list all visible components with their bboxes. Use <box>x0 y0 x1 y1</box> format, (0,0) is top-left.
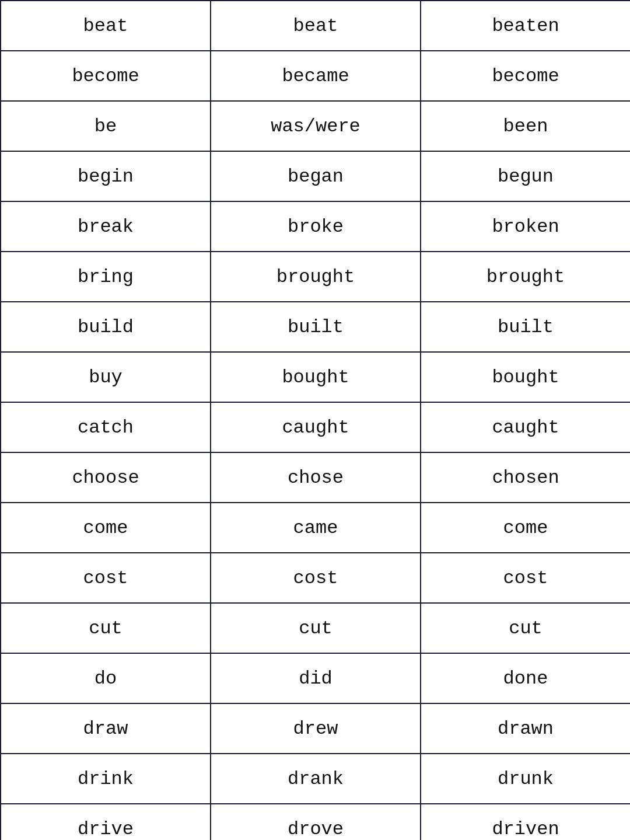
base-form-cell: become <box>1 51 211 101</box>
past-simple-cell: chose <box>211 452 421 503</box>
base-form-cell: beat <box>1 1 211 51</box>
table-row: drinkdrankdrunk <box>1 754 630 804</box>
past-participle-cell: brought <box>421 252 630 302</box>
past-participle-cell: cost <box>421 553 630 603</box>
table-row: costcostcost <box>1 553 630 603</box>
base-form-cell: draw <box>1 703 211 754</box>
past-simple-cell: caught <box>211 402 421 452</box>
past-simple-cell: became <box>211 51 421 101</box>
base-form-cell: be <box>1 101 211 151</box>
table-row: becomebecamebecome <box>1 51 630 101</box>
past-simple-cell: drank <box>211 754 421 804</box>
past-simple-cell: broke <box>211 201 421 252</box>
past-participle-cell: chosen <box>421 452 630 503</box>
table-row: drawdrewdrawn <box>1 703 630 754</box>
table-row: drivedrovedriven <box>1 804 630 840</box>
past-participle-cell: cut <box>421 603 630 653</box>
past-participle-cell: become <box>421 51 630 101</box>
table-row: beginbeganbegun <box>1 151 630 201</box>
base-form-cell: bring <box>1 252 211 302</box>
past-participle-cell: drawn <box>421 703 630 754</box>
past-participle-cell: been <box>421 101 630 151</box>
past-participle-cell: done <box>421 653 630 703</box>
table-row: buyboughtbought <box>1 352 630 402</box>
past-simple-cell: was/were <box>211 101 421 151</box>
past-simple-cell: brought <box>211 252 421 302</box>
base-form-cell: buy <box>1 352 211 402</box>
past-simple-cell: drove <box>211 804 421 840</box>
irregular-verbs-table: beatbeatbeatenbecomebecamebecomebewas/we… <box>0 0 630 840</box>
table-row: buildbuiltbuilt <box>1 302 630 352</box>
base-form-cell: begin <box>1 151 211 201</box>
table-row: comecamecome <box>1 503 630 553</box>
past-simple-cell: beat <box>211 1 421 51</box>
past-participle-cell: caught <box>421 402 630 452</box>
past-participle-cell: beaten <box>421 1 630 51</box>
past-simple-cell: came <box>211 503 421 553</box>
table-row: choosechosechosen <box>1 452 630 503</box>
past-simple-cell: bought <box>211 352 421 402</box>
past-simple-cell: cut <box>211 603 421 653</box>
table-row: bringbroughtbrought <box>1 252 630 302</box>
base-form-cell: do <box>1 653 211 703</box>
base-form-cell: catch <box>1 402 211 452</box>
base-form-cell: drive <box>1 804 211 840</box>
table-row: cutcutcut <box>1 603 630 653</box>
base-form-cell: cost <box>1 553 211 603</box>
past-participle-cell: come <box>421 503 630 553</box>
table-row: catchcaughtcaught <box>1 402 630 452</box>
table-row: breakbrokebroken <box>1 201 630 252</box>
base-form-cell: build <box>1 302 211 352</box>
past-simple-cell: drew <box>211 703 421 754</box>
past-simple-cell: built <box>211 302 421 352</box>
table-row: bewas/werebeen <box>1 101 630 151</box>
past-participle-cell: broken <box>421 201 630 252</box>
past-participle-cell: bought <box>421 352 630 402</box>
past-participle-cell: begun <box>421 151 630 201</box>
base-form-cell: come <box>1 503 211 553</box>
past-simple-cell: cost <box>211 553 421 603</box>
table-row: beatbeatbeaten <box>1 1 630 51</box>
table-row: dodiddone <box>1 653 630 703</box>
base-form-cell: choose <box>1 452 211 503</box>
base-form-cell: break <box>1 201 211 252</box>
past-participle-cell: built <box>421 302 630 352</box>
base-form-cell: drink <box>1 754 211 804</box>
past-simple-cell: began <box>211 151 421 201</box>
past-participle-cell: drunk <box>421 754 630 804</box>
past-participle-cell: driven <box>421 804 630 840</box>
base-form-cell: cut <box>1 603 211 653</box>
past-simple-cell: did <box>211 653 421 703</box>
